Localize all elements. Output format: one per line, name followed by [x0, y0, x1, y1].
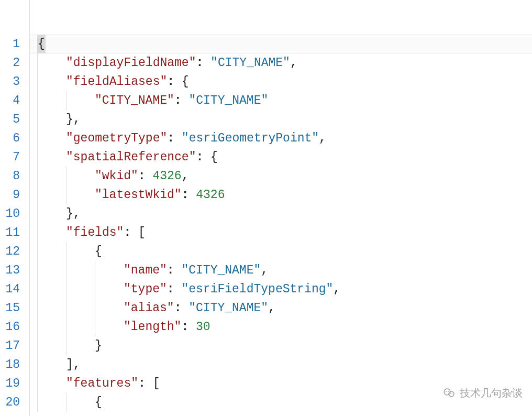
- comma: ,: [261, 261, 268, 280]
- line-number: 12: [0, 242, 29, 261]
- json-key: "latestWkid": [95, 185, 182, 204]
- close-brace-comma: },: [66, 204, 81, 223]
- json-number: 30: [196, 318, 210, 336]
- open-bracket: [: [138, 223, 146, 242]
- code-editor[interactable]: 1 2 3 4 5 6 7 8 9 10 11 12 13 14 15 16 1…: [0, 0, 532, 416]
- svg-point-2: [446, 391, 447, 392]
- colon: :: [181, 318, 189, 336]
- open-brace: {: [95, 393, 102, 412]
- line-number: 17: [0, 336, 29, 355]
- line-number: 13: [0, 261, 29, 280]
- code-line[interactable]: "wkid": 4326,: [30, 167, 532, 185]
- line-number: 2: [0, 53, 29, 72]
- colon: :: [138, 167, 146, 185]
- colon: :: [167, 280, 174, 299]
- code-line[interactable]: "length": 30: [30, 318, 532, 336]
- json-number: 4326: [196, 185, 225, 204]
- line-number: 6: [0, 129, 29, 148]
- code-line[interactable]: "displayFieldName": "CITY_NAME",: [30, 53, 532, 72]
- comma: ,: [182, 167, 189, 185]
- line-number: 10: [0, 204, 29, 223]
- open-brace: {: [37, 35, 46, 53]
- code-line[interactable]: "fields": [: [30, 223, 532, 242]
- line-number: 20: [0, 393, 29, 412]
- line-number-gutter: 1 2 3 4 5 6 7 8 9 10 11 12 13 14 15 16 1…: [0, 0, 29, 416]
- json-key: "fields": [66, 223, 124, 242]
- code-area[interactable]: { "displayFieldName": "CITY_NAME", "fiel…: [29, 0, 532, 416]
- json-key: "length": [124, 318, 181, 336]
- colon: :: [196, 53, 203, 72]
- code-line[interactable]: "CITY_NAME": "CITY_NAME": [30, 91, 532, 110]
- code-line[interactable]: "spatialReference": {: [30, 148, 532, 167]
- json-key: "spatialReference": [66, 148, 196, 167]
- json-key: "displayFieldName": [66, 53, 196, 72]
- json-string: "CITY_NAME": [189, 299, 268, 318]
- comma: ,: [290, 53, 297, 72]
- code-line[interactable]: "alias": "CITY_NAME",: [30, 299, 532, 318]
- line-number: 19: [0, 374, 29, 393]
- svg-point-5: [452, 393, 453, 394]
- svg-point-3: [448, 391, 449, 392]
- colon: :: [167, 72, 174, 91]
- code-line[interactable]: {: [30, 242, 532, 261]
- colon: :: [196, 148, 203, 167]
- json-string: "esriGeometryPoint": [182, 129, 319, 148]
- json-key: "features": [66, 374, 138, 393]
- code-line[interactable]: },: [30, 110, 532, 129]
- line-number: 16: [0, 318, 29, 336]
- json-string: "CITY_NAME": [181, 261, 261, 280]
- json-key: "name": [124, 261, 167, 280]
- watermark: 技术几句杂谈: [442, 386, 523, 400]
- code-line[interactable]: "name": "CITY_NAME",: [30, 261, 532, 280]
- json-key: "type": [124, 280, 167, 299]
- json-string: "CITY_NAME": [210, 53, 290, 72]
- open-brace: {: [182, 72, 189, 91]
- line-number: 4: [0, 91, 29, 110]
- json-key: "alias": [124, 299, 174, 318]
- colon: :: [167, 261, 174, 280]
- code-lines: { "displayFieldName": "CITY_NAME", "fiel…: [30, 35, 532, 412]
- colon: :: [167, 129, 174, 148]
- open-brace: {: [210, 148, 218, 167]
- line-number: 5: [0, 110, 29, 129]
- colon: :: [174, 299, 182, 318]
- json-number: 4326: [152, 167, 181, 185]
- close-bracket-comma: ],: [66, 355, 81, 374]
- code-line[interactable]: "fieldAliases": {: [30, 72, 532, 91]
- line-number: 8: [0, 167, 29, 185]
- json-key: "geometryType": [66, 129, 167, 148]
- line-number: 9: [0, 185, 29, 204]
- code-line[interactable]: "latestWkid": 4326: [30, 185, 532, 204]
- colon: :: [174, 91, 182, 110]
- comma: ,: [268, 299, 275, 318]
- json-string: "CITY_NAME": [189, 91, 268, 110]
- watermark-text: 技术几句杂谈: [460, 386, 523, 400]
- open-brace: {: [95, 242, 102, 261]
- comma: ,: [319, 129, 326, 148]
- svg-point-4: [450, 393, 451, 394]
- open-bracket: [: [153, 374, 160, 393]
- code-line[interactable]: "type": "esriFieldTypeString",: [30, 280, 532, 299]
- json-string: "esriFieldTypeString": [181, 280, 333, 299]
- line-number: 18: [0, 355, 29, 374]
- close-brace-comma: },: [66, 110, 81, 129]
- colon: :: [138, 374, 146, 393]
- json-key: "CITY_NAME": [95, 91, 174, 110]
- code-line[interactable]: },: [30, 204, 532, 223]
- code-line[interactable]: "geometryType": "esriGeometryPoint",: [30, 129, 532, 148]
- line-number: 14: [0, 280, 29, 299]
- code-line[interactable]: }: [30, 336, 532, 355]
- line-number: 15: [0, 299, 29, 318]
- code-line[interactable]: ],: [30, 355, 532, 374]
- line-number: 11: [0, 223, 29, 242]
- json-key: "wkid": [95, 167, 138, 185]
- colon: :: [124, 223, 131, 242]
- line-number: 7: [0, 148, 29, 167]
- comma: ,: [333, 280, 340, 299]
- colon: :: [182, 185, 189, 204]
- code-line[interactable]: {: [30, 35, 532, 53]
- json-key: "fieldAliases": [66, 72, 167, 91]
- close-brace: }: [95, 336, 102, 355]
- line-number: 1: [0, 35, 29, 53]
- line-number: 3: [0, 72, 29, 91]
